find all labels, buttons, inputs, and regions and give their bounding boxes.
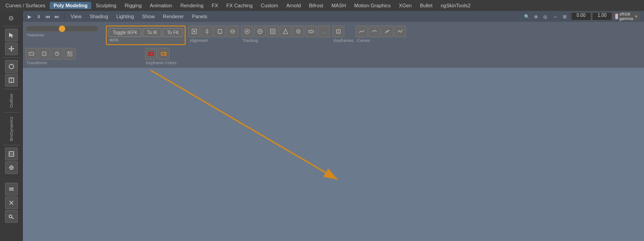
curves-btn-2[interactable] [369,26,380,37]
menu-bullet[interactable]: Bullet [416,2,436,9]
kf-colors-btn-1[interactable] [145,48,157,60]
curves-section: Curves [356,26,406,43]
menu-poly-modeling[interactable]: Poly Modeling [50,2,91,9]
ikfk-buttons: Toggle IKFK To IK To FK [109,28,183,37]
sidebar-extra-btn2[interactable] [5,161,18,174]
transforms-btn-3[interactable] [51,48,63,60]
svg-rect-56 [70,54,72,56]
alignment-btn-3[interactable] [214,26,226,37]
vmenu-view[interactable]: View [67,13,85,20]
svg-rect-57 [149,52,153,55]
vmenu-shading[interactable]: Shading [86,13,112,20]
color-dropdown-icon[interactable]: ▼ [634,15,638,19]
tracking-btn-5[interactable] [292,26,304,37]
menu-sculpting[interactable]: Sculpting [92,2,120,9]
menu-animation[interactable]: Animation [146,2,176,9]
alignment-btn-4[interactable] [227,26,239,37]
sidebar-select-tool[interactable] [5,29,18,41]
menu-rendering[interactable]: Rendering [177,2,207,9]
svg-rect-53 [68,51,69,53]
sidebar-rotate-tool[interactable] [5,60,18,73]
vmenu-panels[interactable]: Panels [188,13,211,20]
transforms-btn-1[interactable] [26,48,37,60]
to-ik-button[interactable]: To IK [143,28,161,37]
left-sidebar: ⚙ Outliner BroDynamics [0,11,23,241]
menu-ngskintools2[interactable]: ngSkinTools2 [437,2,474,9]
sidebar-extra-btn1[interactable] [5,148,18,160]
svg-marker-4 [10,50,12,51]
svg-marker-6 [13,48,14,50]
menu-motion-graphics[interactable]: Motion Graphics [350,2,394,9]
menu-fx-caching[interactable]: FX Caching [223,2,256,9]
sidebar-move-tool[interactable] [5,42,18,55]
sidebar-divider2 [3,57,20,58]
viewport-tool-4[interactable]: ↔ [551,12,560,21]
sidebar-scale-tool[interactable] [5,74,18,87]
tool-icon-2[interactable]: ⏸ [35,12,43,21]
menu-curves-surfaces[interactable]: Curves / Surfaces [2,2,49,9]
alignment-section: Alignment [188,26,239,43]
tracking-btn-1[interactable] [241,26,253,37]
viewport-tool-1[interactable]: 🔍 [523,12,531,21]
menu-rigging[interactable]: Rigging [121,2,145,9]
svg-rect-55 [68,54,69,56]
menu-arnold[interactable]: Arnold [283,2,305,9]
curves-label: Curves [356,38,406,43]
alignment-btn-2[interactable] [201,26,213,37]
tool-icon-4[interactable]: ⏭ [53,12,61,21]
svg-point-32 [246,31,248,32]
menu-bifrost[interactable]: Bifrost [306,2,327,9]
tracking-btn-2[interactable] [254,26,266,37]
sidebar-bottom-btn2[interactable] [5,196,18,209]
viewport[interactable] [23,68,644,241]
color-swatch[interactable]: sRGB gamma ▼ [613,12,640,21]
tweener-label: Tweeener [26,33,103,37]
menu-custom[interactable]: Custom [257,2,282,9]
sidebar-bottom-btn1[interactable] [5,183,18,195]
menu-xgen[interactable]: XGen [395,2,415,9]
to-fk-button[interactable]: To FK [163,28,183,37]
toggle-ikfk-button[interactable]: Toggle IKFK [109,28,141,37]
transforms-btn-2[interactable] [38,48,50,60]
tool-icon-1[interactable]: ▶ [26,12,34,21]
transforms-btn-4[interactable] [64,48,76,60]
sidebar-bottom-btn3[interactable] [5,210,18,223]
tweener-slider[interactable] [26,26,99,32]
keyframe-colors-section: Keyframe Colors [145,48,177,65]
gear-icon[interactable]: ⚙ [6,13,17,24]
svg-rect-16 [9,190,14,190]
svg-rect-26 [218,30,222,33]
vmenu-lighting[interactable]: Lighting [113,13,138,20]
num-input-1[interactable]: 0.00 [571,12,591,21]
kf-colors-btn-2[interactable] [158,48,170,60]
keyframe-colors-label: Keyframe Colors [145,61,177,65]
curves-btn-3[interactable] [381,26,393,37]
alignment-label: Alignment [188,38,239,43]
menu-mash[interactable]: MASH [328,2,350,9]
viewport-tool-5[interactable]: ⊞ [561,12,569,21]
tracking-btn-3[interactable] [267,26,279,37]
alignment-btn-1[interactable] [188,26,200,37]
vmenu-renderer[interactable]: Renderer [159,13,187,20]
keyframes-btn-1[interactable] [332,26,344,37]
sidebar-divider [3,26,20,26]
svg-marker-5 [9,48,10,50]
tracking-btn-extra[interactable]: ... [318,26,330,37]
curves-btn-1[interactable] [356,26,368,37]
curves-btn-4[interactable] [394,26,406,37]
sidebar-divider4 [3,112,20,113]
viewport-tool-2[interactable]: ⊕ [532,12,540,21]
svg-point-52 [55,52,59,56]
svg-line-51 [44,53,45,54]
tweener-thumb[interactable] [59,26,65,32]
num-input-2[interactable]: 1.00 [592,12,612,21]
tweener-section: Tweeener [26,26,103,37]
svg-marker-3 [10,46,12,47]
tracking-btn-4[interactable] [280,26,291,37]
svg-rect-48 [29,52,34,55]
tracking-btn-6[interactable] [305,26,317,37]
menu-fx[interactable]: FX [208,2,222,9]
tool-icon-3[interactable]: ⏮ [44,12,52,21]
viewport-tool-3[interactable]: ◎ [541,12,549,21]
vmenu-show[interactable]: Show [139,13,159,20]
